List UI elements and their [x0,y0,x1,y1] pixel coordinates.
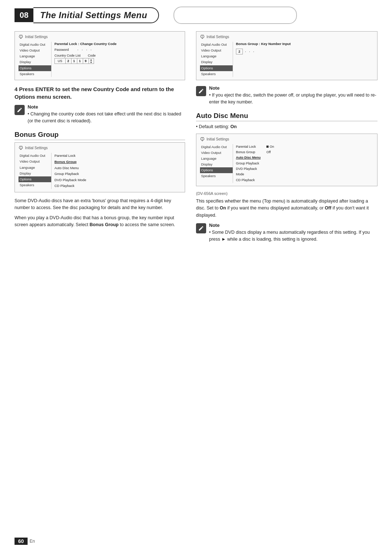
menu-language: Language [19,53,51,59]
screen4-titlebar: Initial Settings [200,137,373,142]
arrow-up: ▲ [90,58,93,61]
bp-group-playback: Group Playback [54,171,181,177]
body-text-2: When you play a DVD-Audio disc that has … [15,215,185,229]
adr-ad-val [266,155,279,160]
chapter-number: 08 [15,8,33,22]
pencil-icon3 [198,225,204,231]
screen3-titlebar: Initial Settings [200,34,373,39]
menu-speakers: Speakers [19,71,51,77]
screen3-right-panel: Bonus Group : Key Number Input 2 · · · [233,42,373,77]
s4-language: Language [200,156,233,162]
note1-icon [15,105,25,115]
screen1-title: Initial Settings [25,35,48,39]
adr-pl-label: Parental Lock [236,144,265,150]
adr-cp-label: CD Playback [236,177,265,183]
screen4-right-panel: Parental Lock On Bonus Group Off [233,144,373,183]
s4-digital-audio: Digital Audio Out [200,144,233,150]
s2-display: Display [19,171,51,176]
adr-cd-playback: CD Playback [236,177,373,183]
note2-box: Note If you eject the disc, switch the p… [196,85,377,106]
screen2-right-panel: Parental Lock Bonus Group Auto Disc Menu… [51,153,181,189]
screen-bonus-group: Initial Settings Digital Audio Out Video… [15,142,185,192]
s2-video-output: Video Output [19,159,51,164]
password-label: Password [54,48,74,52]
s4-display: Display [200,162,233,167]
on-selected: On [266,144,279,150]
screen4-title: Initial Settings [207,137,229,141]
screen1-right-panel: Parental Lock : Change Country Code Pass… [51,42,181,77]
menu-digital-audio: Digital Audio Out [19,42,51,48]
key-digit-1: 2 [236,49,243,54]
adr-cp-val [266,177,279,183]
password-dots: · · · · [77,48,93,52]
s2-language: Language [19,165,51,171]
adr-dvd-playback: DVD Playback Mode [236,166,373,177]
page-number: 60 [15,538,28,545]
s2-speakers: Speakers [19,182,51,188]
screen2-title: Initial Settings [25,146,48,150]
screen-parental-lock: Initial Settings Digital Audio Out Video… [15,31,185,80]
adr-group-playback: Group Playback [236,161,373,166]
country-table-header: Country Code List Code [54,54,181,57]
s3-language: Language [200,53,233,59]
note1-label: Note [28,104,185,110]
note3-icon [196,223,206,233]
note3-box: Note Some DVD discs display a menu autom… [196,223,377,243]
parental-panel-title: Parental Lock : Change Country Code [54,42,181,46]
country-cell: US [54,58,66,64]
adr-dp-label: DVD Playback Mode [236,166,265,177]
right-column: Initial Settings Digital Audio Out Video… [196,31,377,246]
square-bullet [266,146,269,148]
code-cell: 2 1 1 9 ▲ ▼ [66,58,94,64]
left-column: Initial Settings Digital Audio Out Video… [15,31,185,246]
digit-1: 2 [66,58,72,64]
note2-bullet: If you eject the disc, switch the power … [209,92,377,106]
adr-gp-label: Group Playback [236,161,265,166]
adr-auto-disc: Auto Disc Menu [236,155,373,160]
footer-lang: En [30,539,35,544]
note3-content: Note Some DVD discs display a menu autom… [209,223,377,243]
note2-icon [196,86,206,96]
bp-parental-lock: Parental Lock [54,153,181,159]
adr-parental-lock: Parental Lock On [236,144,373,150]
arrow-down: ▼ [90,61,93,64]
initial-settings-icon [19,34,23,39]
country-table-row: US 2 1 1 9 ▲ ▼ [54,58,181,64]
menu-options: Options [19,65,51,71]
s3-digital-audio: Digital Audio Out [200,42,233,48]
note3-label: Note [209,223,377,228]
screen-key-input: Initial Settings Digital Audio Out Video… [196,31,377,80]
menu-display: Display [19,59,51,65]
adr-dp-val [266,166,279,177]
digit-3: 1 [77,58,83,64]
adr-pl-val: On [266,144,279,150]
note3-bullet: Some DVD discs display a menu automatica… [209,229,377,243]
chapter-title: The Initial Settings Menu [33,7,159,23]
note2-label: Note [209,85,377,91]
body-text-3: This specifies whether the menu (Top men… [196,198,377,219]
screen3-title: Initial Settings [207,35,229,39]
digit-2: 1 [72,58,77,64]
key-dot-3: · [252,49,255,54]
screen4-menu: Digital Audio Out Video Output Language … [200,144,233,183]
adr-bg-label: Bonus Group [236,150,265,155]
s2-options: Options [19,176,51,182]
screen2-titlebar: Initial Settings [19,146,181,150]
screen3-table: Digital Audio Out Video Output Language … [200,42,373,77]
key-dot-1: · [244,49,247,54]
digit-4: 9 [83,58,89,64]
initial-settings-icon2 [19,146,23,150]
note1-content: Note Changing the country code does not … [28,104,185,125]
menu-video-output: Video Output [19,48,51,53]
screen2-menu: Digital Audio Out Video Output Language … [19,153,51,189]
step4-heading: 4 Press ENTER to set the new Country Cod… [15,85,185,101]
key-dot-2: · [248,49,251,54]
screen-auto-disc: Initial Settings Digital Audio Out Video… [196,134,377,186]
header-right-decoration [173,7,297,24]
bonus-group-heading: Bonus Group [15,131,185,140]
s3-video-output: Video Output [200,48,233,53]
initial-settings-icon4 [200,137,205,142]
s3-display: Display [200,59,233,65]
code-arrow: ▲ ▼ [89,58,94,64]
s3-options: Options [200,65,233,71]
